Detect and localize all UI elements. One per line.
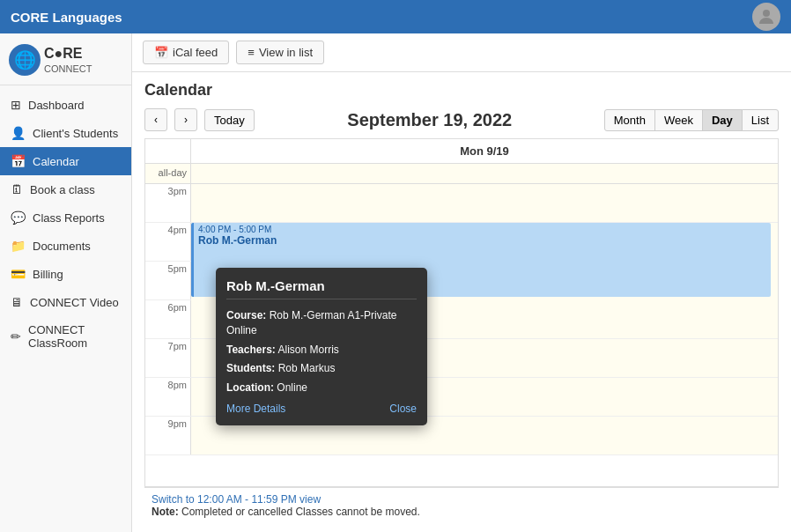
- app-title: CORE Languages: [11, 10, 122, 25]
- prev-button[interactable]: ‹: [144, 108, 167, 131]
- billing-icon: 💳: [11, 267, 26, 281]
- sidebar-item-clients[interactable]: 👤 Client's Students: [0, 119, 131, 147]
- time-row-3pm: 3pm: [145, 184, 778, 223]
- popup-course-row: Course: Rob M.-German A1-Private Online: [226, 308, 417, 338]
- popup-location-row: Location: Online: [226, 381, 417, 395]
- time-label-5pm: 5pm: [145, 262, 191, 299]
- time-column-header: [145, 139, 191, 163]
- event-title: Rob M.-German: [198, 234, 766, 247]
- sidebar-item-label: Documents: [33, 240, 91, 253]
- day-view-button[interactable]: Day: [702, 109, 743, 131]
- sidebar-item-calendar[interactable]: 📅 Calendar: [0, 147, 131, 175]
- sidebar-item-label: CONNECT ClassRoom: [28, 323, 121, 350]
- time-label-3pm: 3pm: [145, 184, 191, 222]
- list-icon: ≡: [248, 46, 255, 59]
- sidebar-item-label: Client's Students: [33, 127, 118, 140]
- calendar-title: Calendar: [144, 81, 779, 100]
- current-date-label: September 19, 2022: [262, 110, 598, 130]
- calendar-body[interactable]: all-day 3pm 4pm: [145, 164, 778, 486]
- sidebar-logo: 🌐 C●RE CONNECT: [0, 33, 131, 85]
- time-row-4pm: 4pm 4:00 PM - 5:00 PM Rob M.-German: [145, 223, 778, 262]
- svg-point-0: [763, 10, 770, 17]
- day-header: Mon 9/19: [191, 139, 778, 163]
- allday-label: all-day: [145, 164, 191, 183]
- calendar-footer: Switch to 12:00 AM - 11:59 PM view Note:…: [144, 487, 779, 523]
- next-button[interactable]: ›: [174, 108, 197, 131]
- popup-students-row: Students: Rob Markus: [226, 361, 417, 376]
- connect-classroom-icon: ✏: [11, 329, 21, 344]
- time-cell-3pm[interactable]: [191, 184, 778, 222]
- time-label-9pm: 9pm: [145, 417, 191, 454]
- time-label-6pm: 6pm: [145, 300, 191, 338]
- calendar-header-row: Mon 9/19: [145, 139, 778, 164]
- book-icon: 🗓: [11, 182, 23, 196]
- popup-close-button[interactable]: Close: [389, 403, 417, 415]
- event-time: 4:00 PM - 5:00 PM: [198, 225, 766, 234]
- sidebar-item-dashboard[interactable]: ⊞ Dashboard: [0, 91, 131, 119]
- popup-students-value: Rob Markus: [278, 362, 336, 374]
- sidebar-item-label: CONNECT Video: [30, 296, 119, 309]
- time-label-7pm: 7pm: [145, 339, 191, 377]
- calendar-area: Calendar ‹ › Today September 19, 2022 Mo…: [132, 72, 791, 532]
- month-view-button[interactable]: Month: [604, 109, 655, 131]
- popup-location-label: Location:: [226, 381, 274, 394]
- sidebar: 🌐 C●RE CONNECT ⊞ Dashboard 👤 Client's St…: [0, 33, 132, 532]
- sidebar-item-label: Book a class: [30, 183, 95, 196]
- sidebar-item-label: Billing: [33, 268, 63, 281]
- sidebar-item-connect-classroom[interactable]: ✏ CONNECT ClassRoom: [0, 316, 131, 357]
- sidebar-item-label: Dashboard: [28, 99, 85, 112]
- footer-note: Note: Completed or cancelled Classes can…: [152, 506, 420, 518]
- allday-content: [191, 164, 778, 183]
- more-details-link[interactable]: More Details: [226, 403, 285, 415]
- layout: 🌐 C●RE CONNECT ⊞ Dashboard 👤 Client's St…: [0, 33, 791, 532]
- avatar[interactable]: [752, 3, 780, 31]
- view-buttons: Month Week Day List: [605, 109, 779, 131]
- calendar-toolbar: ‹ › Today September 19, 2022 Month Week …: [144, 108, 779, 131]
- popup-teachers-value: Alison Morris: [277, 344, 338, 356]
- dashboard-icon: ⊞: [11, 98, 21, 112]
- today-button[interactable]: Today: [204, 109, 255, 131]
- popup-teachers-row: Teachers: Alison Morris: [226, 343, 417, 358]
- popup-location-value: Online: [277, 381, 307, 394]
- week-view-button[interactable]: Week: [654, 109, 703, 131]
- view-in-list-button[interactable]: ≡ View in list: [236, 41, 324, 64]
- ical-icon: 📅: [154, 46, 168, 59]
- sidebar-item-book[interactable]: 🗓 Book a class: [0, 175, 131, 203]
- calendar-icon: 📅: [11, 154, 26, 168]
- sidebar-item-reports[interactable]: 💬 Class Reports: [0, 203, 131, 232]
- top-bar: CORE Languages: [0, 0, 791, 33]
- tab-bar: 📅 iCal feed ≡ View in list: [132, 33, 791, 72]
- time-rows: 3pm 4pm 4:00 PM - 5:00 PM Rob M.-German: [145, 184, 778, 455]
- connect-video-icon: 🖥: [11, 295, 23, 309]
- documents-icon: 📁: [11, 239, 26, 253]
- popup-students-label: Students:: [226, 362, 275, 374]
- footer-note-bold: Note:: [152, 506, 179, 518]
- allday-row: all-day: [145, 164, 778, 184]
- logo-text-top: C●RE: [44, 46, 92, 62]
- sidebar-item-label: Calendar: [33, 155, 79, 168]
- sidebar-item-documents[interactable]: 📁 Documents: [0, 232, 131, 260]
- footer-note-text: Completed or cancelled Classes cannot be…: [181, 506, 420, 518]
- popup-teachers-label: Teachers:: [226, 344, 276, 356]
- logo-globe-icon: 🌐: [9, 44, 41, 76]
- sidebar-nav: ⊞ Dashboard 👤 Client's Students 📅 Calend…: [0, 85, 131, 532]
- sidebar-item-label: Class Reports: [33, 211, 105, 225]
- clients-icon: 👤: [11, 126, 26, 140]
- list-view-button[interactable]: List: [742, 109, 779, 131]
- event-popup: Rob M.-German Course: Rob M.-German A1-P…: [216, 268, 427, 425]
- main-content: 📅 iCal feed ≡ View in list Calendar ‹ › …: [132, 33, 791, 532]
- logo-text-bottom: CONNECT: [44, 63, 92, 74]
- popup-course-label: Course:: [226, 309, 266, 321]
- ical-feed-button[interactable]: 📅 iCal feed: [143, 41, 229, 64]
- popup-footer: More Details Close: [226, 403, 417, 415]
- switch-view-link[interactable]: Switch to 12:00 AM - 11:59 PM view: [152, 493, 321, 506]
- sidebar-item-connect-video[interactable]: 🖥 CONNECT Video: [0, 288, 131, 316]
- time-label-8pm: 8pm: [145, 378, 191, 416]
- sidebar-item-billing[interactable]: 💳 Billing: [0, 260, 131, 288]
- popup-title: Rob M.-German: [226, 278, 417, 299]
- time-label-4pm: 4pm: [145, 223, 191, 261]
- calendar-grid: Mon 9/19 all-day 3pm: [144, 138, 779, 487]
- reports-icon: 💬: [11, 211, 26, 225]
